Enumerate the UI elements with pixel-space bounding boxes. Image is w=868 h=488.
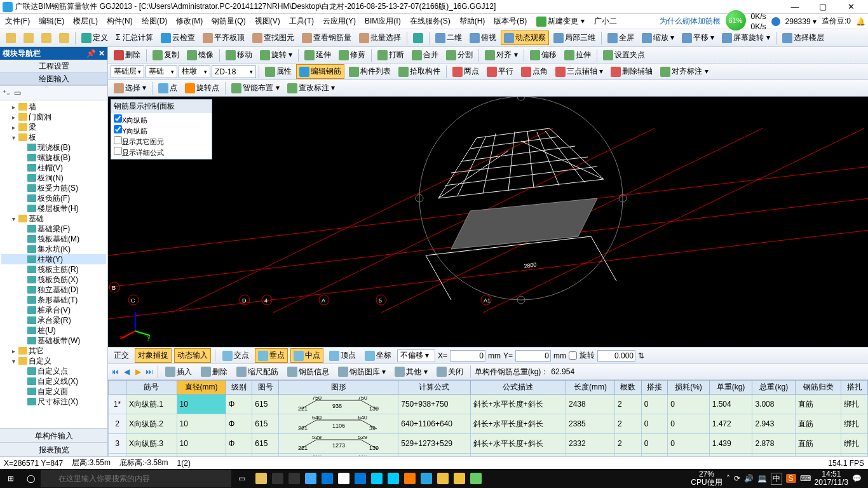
table-tool[interactable]: 缩尺配筋	[233, 365, 281, 379]
minimize-button[interactable]: —	[785, 2, 804, 11]
toolbar-button[interactable]: 俯视	[466, 30, 499, 45]
tray-cpu[interactable]: 27%CPU使用	[691, 470, 722, 487]
tray-notifications-icon[interactable]: 💬	[852, 474, 862, 483]
tree-node[interactable]: 楼层板带(H)	[1, 203, 106, 214]
nav-first-icon[interactable]: ⏮	[111, 367, 119, 376]
toolbar-button[interactable]: 属性	[262, 64, 295, 79]
3d-viewport[interactable]: 钢筋显示控制面板 X向纵筋Y向纵筋显示其它图元显示详细公式 BCD4A5A1	[108, 97, 868, 347]
tray-network-icon[interactable]: 💻	[757, 474, 767, 483]
progress-circle[interactable]: 61%	[726, 10, 746, 30]
toolbar-button[interactable]: 镜像	[184, 48, 217, 62]
toolbar-button[interactable]: 拉伸	[561, 48, 594, 62]
snap-mode[interactable]: 中点	[290, 348, 323, 363]
toolbar-button[interactable]: 点角	[518, 64, 551, 79]
tab-project-settings[interactable]: 工程设置	[0, 60, 107, 72]
user-label[interactable]: 广小二	[592, 15, 620, 28]
table-row[interactable]: 2X向纵筋.210Φ615640640110622139640+1106+640…	[109, 414, 868, 434]
toolbar-button[interactable]: 对齐 ▾	[482, 48, 520, 62]
rotate-step-icon[interactable]: ⇅	[638, 351, 644, 360]
toolbar-button[interactable]: 局部三维	[550, 30, 599, 45]
tree-node[interactable]: 柱墩(Y)	[1, 254, 106, 264]
tray-volume-icon[interactable]: 🔊	[744, 474, 754, 483]
taskbar-app[interactable]	[421, 473, 432, 484]
toolbar-button[interactable]: 平行	[484, 64, 517, 79]
table-header[interactable]: 总重(kg)	[752, 381, 796, 395]
toolbar-button[interactable]: 移动	[222, 48, 255, 62]
dyninput-toggle[interactable]: 动态输入	[174, 348, 211, 363]
taskbar-app[interactable]	[371, 473, 383, 484]
menu-item[interactable]: 修改(M)	[173, 15, 205, 28]
rebar-table[interactable]: 筋号直径(mm)级别图号图形计算公式公式描述长度(mm)根数搭接损耗(%)单重(…	[108, 380, 868, 456]
tree-node[interactable]: ▸门窗洞	[1, 112, 106, 122]
tree-node[interactable]: 筏板主筋(R)	[1, 264, 106, 274]
toolbar-button[interactable]: 删除辅轴	[607, 64, 656, 79]
toolbar-button[interactable]: 旋转点	[182, 81, 222, 95]
table-header[interactable]: 单重(kg)	[709, 381, 752, 395]
toolbar-button[interactable]: 构件列表	[346, 64, 394, 79]
menu-item[interactable]: 视图(V)	[252, 15, 283, 28]
new-change-menu[interactable]: 新建变更 ▾	[533, 14, 587, 29]
toolbar-button[interactable]	[3, 31, 19, 45]
tree-node[interactable]: 筏板基础(M)	[1, 234, 106, 244]
taskbar-app[interactable]	[437, 473, 449, 484]
menu-item[interactable]: 在线服务(S)	[407, 15, 453, 28]
taskbar-app[interactable]	[322, 473, 333, 484]
tray-sync-icon[interactable]: ⟳	[734, 474, 740, 483]
tree-node[interactable]: 集水坑(K)	[1, 244, 106, 254]
toolbar-button[interactable]: 平齐板顶	[200, 30, 248, 45]
toolbar-button[interactable]: 编辑钢筋	[296, 64, 344, 79]
coin-count[interactable]: 298339 ▾	[785, 17, 817, 26]
tree-node[interactable]: ▾自定义	[1, 356, 106, 366]
cortana-icon[interactable]: ◯	[22, 469, 39, 488]
left-bottom-report[interactable]: 报表预览	[0, 442, 107, 456]
close-button[interactable]: ✕	[841, 2, 860, 11]
collapse-all-icon[interactable]: ▭	[14, 88, 21, 97]
toolbar-button[interactable]: 智能布置 ▾	[228, 81, 282, 95]
tree-node[interactable]: 条形基础(T)	[1, 295, 106, 305]
menu-item[interactable]: BIM应用(I)	[362, 15, 403, 28]
tree-node[interactable]: ▸其它	[1, 346, 106, 356]
menu-item[interactable]: 文件(F)	[3, 15, 32, 28]
toolbar-button[interactable]: 缩放 ▾	[639, 30, 677, 45]
toolbar-button[interactable]: 二维	[432, 30, 465, 45]
osnap-toggle[interactable]: 对象捕捉	[135, 348, 172, 363]
snap-mode[interactable]: 垂点	[255, 348, 288, 363]
tree-node[interactable]: 自定义线(X)	[1, 376, 106, 386]
toolbar-button[interactable]: 设置夹点	[600, 48, 648, 62]
toolbar-button[interactable]: 合并	[409, 48, 442, 62]
taskbar-app[interactable]	[272, 473, 283, 484]
tree-node[interactable]: ▸梁	[1, 122, 106, 132]
toolbar-button[interactable]: 全屏	[604, 30, 637, 45]
toolbar-button[interactable]: 三点辅轴 ▾	[552, 64, 606, 79]
expand-all-icon[interactable]: ⁺₋	[3, 88, 10, 97]
menu-item[interactable]: 构件(N)	[104, 15, 135, 28]
nav-prev-icon[interactable]: ◀	[122, 367, 131, 376]
taskbar-app[interactable]	[454, 473, 465, 484]
toolbar-button[interactable]: 屏幕旋转 ▾	[719, 30, 773, 45]
taskbar-app[interactable]	[255, 473, 267, 484]
tray-date[interactable]: 2017/11/3	[815, 478, 848, 487]
maximize-button[interactable]: ▢	[813, 2, 832, 11]
menu-item[interactable]: 版本号(B)	[491, 15, 529, 28]
toolbar-button[interactable]: 选择楼层	[779, 30, 827, 45]
toolbar-button[interactable]	[20, 31, 37, 45]
table-header[interactable]: 图形	[279, 381, 398, 395]
table-tool[interactable]: 钢筋图库 ▾	[335, 365, 389, 379]
toolbar-button[interactable]	[38, 31, 55, 45]
toolbar-button[interactable]: 两点	[449, 64, 482, 79]
start-button[interactable]: ⊞	[1, 469, 20, 488]
snap-mode[interactable]: 交点	[219, 348, 252, 363]
toolbar-button[interactable]: 旋转 ▾	[257, 48, 295, 62]
tree-node[interactable]: 基础梁(F)	[1, 224, 106, 234]
tree-node[interactable]: 尺寸标注(X)	[1, 396, 106, 407]
menu-item[interactable]: 帮助(H)	[457, 15, 488, 28]
toolbar-button[interactable]: Σ 汇总计算	[112, 30, 156, 45]
table-tool[interactable]: 删除	[198, 365, 231, 379]
toolbar-button[interactable]: 批量选择	[356, 30, 404, 45]
taskview-icon[interactable]: ▭	[233, 469, 250, 488]
menu-item[interactable]: 绘图(D)	[139, 15, 170, 28]
snap-mode[interactable]: 坐标	[362, 348, 395, 363]
toolbar-button[interactable]: 延伸	[301, 48, 334, 62]
tree-node[interactable]: 基础板带(W)	[1, 336, 106, 346]
panel-close-icon[interactable]: ✕	[98, 49, 105, 58]
